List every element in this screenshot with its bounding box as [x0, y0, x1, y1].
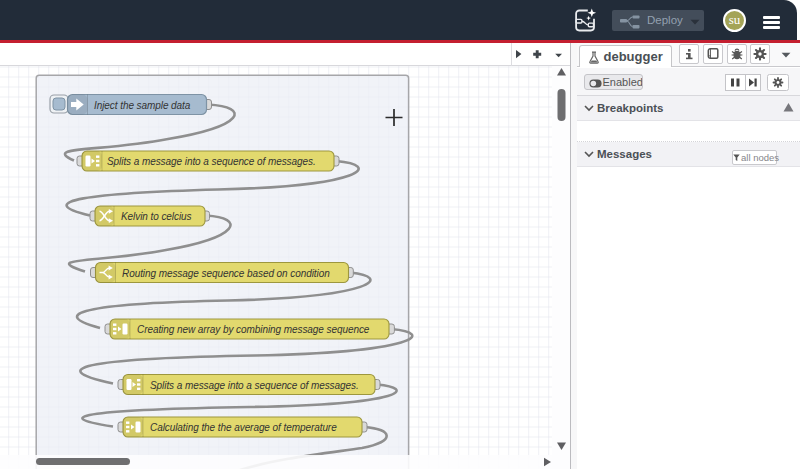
svg-text:Splits a message into a sequen: Splits a message into a sequence of mess…	[107, 156, 316, 167]
svg-text:Creating new array by combinin: Creating new array by combining message …	[137, 324, 370, 335]
svg-text:Splits a message into a sequen: Splits a message into a sequence of mess…	[150, 380, 359, 391]
svg-text:Kelvin to celcius: Kelvin to celcius	[121, 211, 192, 222]
svg-text:Inject the sample data: Inject the sample data	[94, 100, 191, 111]
svg-text:Calculating the the average of: Calculating the the average of temperatu…	[150, 422, 337, 433]
svg-text:Routing message sequence based: Routing message sequence based on condit…	[122, 268, 330, 279]
